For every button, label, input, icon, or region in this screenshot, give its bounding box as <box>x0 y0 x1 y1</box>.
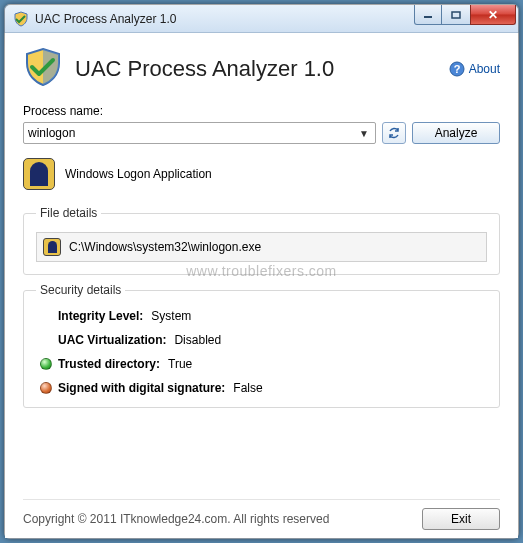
about-label: About <box>469 62 500 76</box>
status-dot-red-icon <box>40 382 52 394</box>
shield-icon <box>23 47 63 90</box>
uacvirt-row: UAC Virtualization: Disabled <box>58 333 487 347</box>
integrity-label: Integrity Level: <box>58 309 143 323</box>
maximize-button[interactable] <box>441 5 471 25</box>
file-path-box: C:\Windows\system32\winlogon.exe <box>36 232 487 262</box>
footer: Copyright © 2011 ITknowledge24.com. All … <box>23 499 500 530</box>
status-dot-green-icon <box>40 358 52 370</box>
refresh-button[interactable] <box>382 122 406 144</box>
refresh-icon <box>387 126 401 140</box>
help-icon: ? <box>449 61 465 77</box>
svg-rect-0 <box>424 16 432 18</box>
about-link[interactable]: ? About <box>449 61 500 77</box>
signed-row: Signed with digital signature: False <box>40 381 487 395</box>
client-area: UAC Process Analyzer 1.0 ? About Process… <box>5 33 518 538</box>
app-window: UAC Process Analyzer 1.0 ✕ UAC Process A… <box>4 4 519 539</box>
analyze-button[interactable]: Analyze <box>412 122 500 144</box>
trusted-row: Trusted directory: True <box>40 357 487 371</box>
process-combobox[interactable]: ▼ <box>23 122 376 144</box>
minimize-button[interactable] <box>414 5 442 25</box>
security-details-group: Security details Integrity Level: System… <box>23 283 500 408</box>
chevron-down-icon[interactable]: ▼ <box>357 128 371 139</box>
security-legend: Security details <box>36 283 125 297</box>
file-path: C:\Windows\system32\winlogon.exe <box>69 240 261 254</box>
uacvirt-label: UAC Virtualization: <box>58 333 166 347</box>
process-display-name: Windows Logon Application <box>65 167 212 181</box>
process-field: Process name: ▼ Analyze <box>23 104 500 158</box>
integrity-value: System <box>151 309 191 323</box>
copyright-text: Copyright © 2011 ITknowledge24.com. All … <box>23 512 329 526</box>
integrity-row: Integrity Level: System <box>58 309 487 323</box>
process-label: Process name: <box>23 104 500 118</box>
svg-rect-1 <box>452 12 460 18</box>
trusted-label: Trusted directory: <box>58 357 160 371</box>
signed-label: Signed with digital signature: <box>58 381 225 395</box>
process-input[interactable] <box>28 126 357 140</box>
exit-button[interactable]: Exit <box>422 508 500 530</box>
file-icon <box>43 238 61 256</box>
winlogon-icon <box>23 158 55 190</box>
trusted-value: True <box>168 357 192 371</box>
app-title: UAC Process Analyzer 1.0 <box>75 56 437 82</box>
window-title: UAC Process Analyzer 1.0 <box>35 12 176 26</box>
titlebar[interactable]: UAC Process Analyzer 1.0 ✕ <box>5 5 518 33</box>
app-icon <box>13 11 29 27</box>
svg-text:?: ? <box>453 63 460 75</box>
window-controls: ✕ <box>415 5 516 25</box>
process-result: Windows Logon Application <box>23 158 500 190</box>
file-details-legend: File details <box>36 206 101 220</box>
file-details-group: File details C:\Windows\system32\winlogo… <box>23 206 500 275</box>
signed-value: False <box>233 381 262 395</box>
uacvirt-value: Disabled <box>174 333 221 347</box>
close-button[interactable]: ✕ <box>470 5 516 25</box>
app-header: UAC Process Analyzer 1.0 ? About <box>23 47 500 90</box>
